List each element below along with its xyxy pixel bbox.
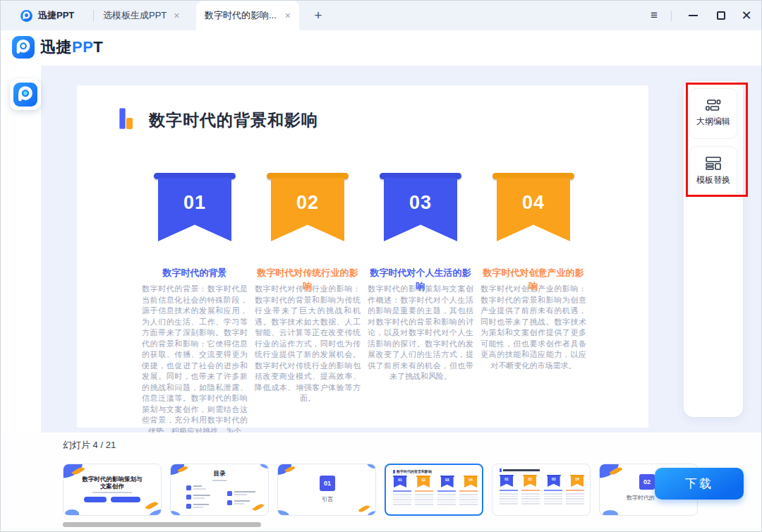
minimize-button[interactable] [682, 1, 703, 30]
new-tab-button[interactable]: + [310, 7, 327, 24]
close-button[interactable]: ✕ [736, 1, 757, 30]
app-logo-icon [20, 10, 32, 22]
ribbon-banner: 03 [380, 173, 461, 241]
app-window: 迅捷PPT 选模板生成PPT × 数字时代的影响... × + ≡ ✕ 迅捷PP… [0, 0, 762, 532]
thumb3-section-label: 引言 [322, 495, 333, 503]
slide-counter: 幻灯片 4 / 21 [63, 439, 116, 452]
column-heading: 数字时代的背景 [142, 266, 248, 279]
thumbnail-slide-2[interactable]: 目录 [170, 464, 269, 516]
column-heading: 数字时代对个人生活的影响 [368, 266, 473, 293]
thumb6-section-label: 数字时代的 [627, 494, 655, 502]
thumb2-subtitle-bar [212, 480, 226, 481]
maximize-button[interactable] [710, 1, 732, 30]
brand-logo-icon [12, 36, 35, 59]
thumb5-ribbons: 01 02 03 04 [500, 475, 584, 487]
outline-edit-label: 大纲编辑 [696, 116, 730, 128]
tab-label: 选模板生成PPT [103, 9, 167, 22]
ribbon-banner: 01 [154, 173, 236, 241]
ribbon-number: 01 [183, 192, 206, 241]
template-replace-button[interactable]: 模板替换 [689, 146, 737, 197]
tab-close-icon[interactable]: × [174, 11, 179, 20]
tab-divider [93, 10, 94, 21]
slide-column-1: 01 数字时代的背景 数字时代的背景：数字时代是当前信息化社会的特殊阶段，源于信… [142, 85, 248, 428]
horizontal-scrollbar[interactable] [63, 522, 261, 527]
thumb1-title: 数字时代的影响策划与文案创作 [64, 476, 161, 490]
app-header [1, 30, 762, 66]
column-body: 数字时代的背景：数字时代是当前信息化社会的特殊阶段，源于信息技术的发展和应用，为… [142, 284, 248, 437]
tab-home[interactable]: 迅捷PPT [20, 1, 74, 30]
left-strip [1, 66, 41, 433]
thumb5-text-columns [500, 490, 584, 506]
slide-preview: 数字时代的背景和影响 01 数字时代的背景 数字时代的背景：数字时代是当前信息化… [77, 85, 648, 428]
column-body: 数字时代的影响策划与文案创作概述：数字时代对个人生活的影响是重要的主题，其包括对… [368, 284, 473, 382]
ribbon-number: 02 [296, 192, 319, 241]
brand-wordmark: 迅捷PPT [40, 37, 103, 58]
column-heading: 数字时代对创意产业的影响 [480, 266, 586, 293]
tab-label: 数字时代的影响... [205, 9, 277, 22]
thumb1-buttons [64, 497, 161, 502]
floating-assistant-button[interactable] [10, 79, 41, 110]
outline-edit-button[interactable]: 大纲编辑 [689, 88, 737, 139]
thumb3-section-number: 01 [320, 476, 335, 491]
download-button[interactable]: 下载 [655, 468, 744, 500]
slide-column-4: 04 数字时代对创意产业的影响 数字时代对创意产业的影响：数字时代的背景和影响为… [480, 85, 586, 428]
thumbnail-slide-5[interactable]: 01 02 03 04 [492, 464, 591, 516]
ribbon-banner: 02 [267, 173, 349, 241]
thumbnail-slide-1[interactable]: 数字时代的影响策划与文案创作 [63, 464, 162, 516]
tab-bar: 迅捷PPT 选模板生成PPT × 数字时代的影响... × + ≡ ✕ [1, 1, 762, 30]
thumb4-text-columns [393, 490, 478, 507]
menu-icon[interactable]: ≡ [644, 1, 664, 30]
thumb2-toc-left [186, 485, 210, 513]
bar-chart-icon [119, 108, 133, 131]
tab-home-label: 迅捷PPT [38, 9, 74, 22]
tab-digital-age-active[interactable]: 数字时代的影响... × [196, 1, 299, 30]
outline-edit-icon [705, 99, 722, 111]
thumb2-toc-right [227, 491, 255, 509]
side-tool-panel: 大纲编辑 模板替换 [684, 81, 743, 417]
thumbnail-slide-4-selected[interactable]: 数字时代的背景和影响 01 02 03 04 [385, 464, 483, 516]
slide-column-2: 02 数字时代对传统行业的影响 数字时代对传统行业的影响：数字时代的背景和影响为… [255, 85, 361, 428]
tab-template-generate[interactable]: 选模板生成PPT × [103, 1, 179, 30]
thumb5-title-row [500, 468, 540, 472]
column-body: 数字时代对创意产业的影响：数字时代的背景和影响为创意产业提供了前所未有的机遇，同… [480, 284, 586, 371]
thumbnail-slide-3[interactable]: 01 引言 [277, 464, 376, 516]
thumb4-title-row: 数字时代的背景和影响 [393, 469, 432, 473]
template-replace-icon [705, 157, 722, 170]
column-body: 数字时代对传统行业的影响：数字时代的背景和影响为传统行业带来了巨大的挑战和机遇。… [255, 284, 361, 404]
ribbon-number: 04 [522, 192, 545, 241]
ribbon-banner: 04 [492, 173, 574, 241]
slide-column-3: 03 数字时代对个人生活的影响 数字时代的影响策划与文案创作概述：数字时代对个人… [368, 85, 473, 428]
assistant-logo-icon [13, 83, 37, 107]
column-heading: 数字时代对传统行业的影响 [255, 266, 361, 293]
brand: 迅捷PPT [12, 36, 103, 59]
controls-divider [671, 11, 672, 21]
tab-close-icon[interactable]: × [285, 11, 291, 20]
ribbon-number: 03 [409, 192, 432, 241]
thumb4-ribbons: 01 02 03 04 [393, 476, 478, 488]
thumb1-subtitle-bar [92, 492, 132, 493]
template-replace-label: 模板替换 [696, 174, 730, 186]
thumb6-section-number: 02 [639, 474, 655, 490]
thumb2-title: 目录 [171, 470, 268, 478]
